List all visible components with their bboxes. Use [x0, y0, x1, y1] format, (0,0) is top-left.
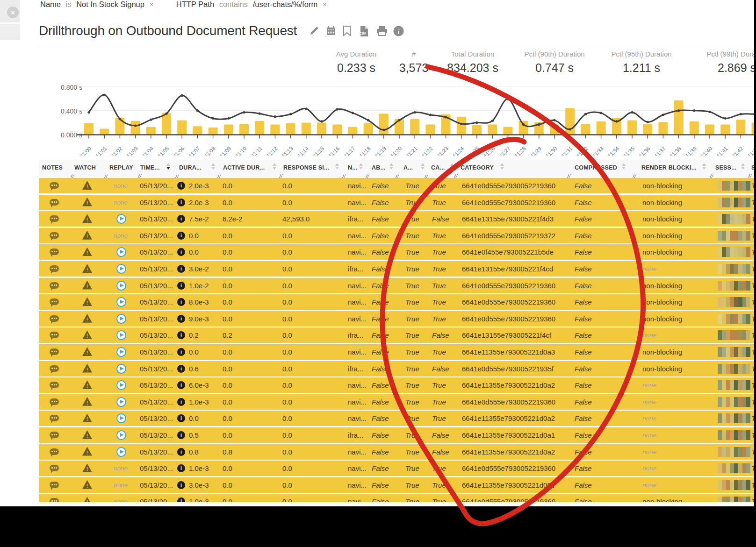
- watch-warning-icon[interactable]: !: [82, 297, 92, 306]
- edit-pencil-icon[interactable]: [309, 26, 319, 36]
- table-row[interactable]: ! 05/13/20... i 7.5e-2 6.2e-2 42,593.0 i…: [39, 211, 756, 227]
- session-timeline-thumbnail[interactable]: [718, 281, 750, 291]
- session-timeline-thumbnail[interactable]: [718, 497, 750, 502]
- column-header-dura[interactable]: DURA...: [179, 164, 202, 171]
- watch-warning-icon[interactable]: !: [82, 198, 92, 206]
- column-header-ca[interactable]: CA...: [431, 164, 445, 171]
- note-bubble-icon[interactable]: [50, 215, 59, 222]
- session-timeline-thumbnail[interactable]: [718, 297, 750, 307]
- table-row[interactable]: ! 05/13/20... i 0.2 0.2 0.0 ifra... Fals…: [39, 327, 756, 343]
- watch-warning-icon[interactable]: !: [82, 463, 92, 472]
- replay-play-icon[interactable]: [116, 397, 126, 407]
- session-timeline-thumbnail[interactable]: [718, 463, 750, 473]
- session-timeline-thumbnail[interactable]: [718, 264, 750, 274]
- column-header-time[interactable]: TIME...: [140, 164, 160, 171]
- watch-warning-icon[interactable]: !: [82, 314, 92, 323]
- duration-info-icon[interactable]: i: [177, 298, 185, 306]
- close-icon[interactable]: ×: [7, 7, 19, 18]
- note-bubble-icon[interactable]: [50, 232, 59, 239]
- note-bubble-icon[interactable]: [50, 315, 59, 322]
- replay-play-icon[interactable]: [116, 314, 126, 324]
- column-header-render-blocki[interactable]: RENDER BLOCKI...: [641, 164, 697, 171]
- table-row[interactable]: ! none 05/13/20... i 1.0e-3 0.0 0.0 navi…: [39, 461, 756, 476]
- table-row[interactable]: ! 05/13/20... i 1.0e-2 0.0 0.0 navi... F…: [39, 278, 756, 293]
- session-timeline-thumbnail[interactable]: [718, 247, 750, 257]
- duration-info-icon[interactable]: i: [177, 464, 185, 472]
- watch-warning-icon[interactable]: !: [82, 430, 92, 439]
- column-header-n[interactable]: N...: [348, 164, 357, 171]
- note-bubble-icon[interactable]: [50, 382, 59, 388]
- duration-info-icon[interactable]: i: [177, 248, 185, 256]
- watch-warning-icon[interactable]: !: [82, 214, 92, 223]
- duration-info-icon[interactable]: i: [177, 315, 185, 323]
- table-row[interactable]: ! 05/13/20... i 0.6 0.0 0.0 ifra... Fals…: [39, 361, 756, 377]
- replay-play-icon[interactable]: [116, 380, 126, 390]
- column-header-active-dur[interactable]: ACTIVE DUR...: [223, 164, 265, 171]
- remove-filter-icon[interactable]: ×: [150, 1, 154, 8]
- watch-warning-icon[interactable]: !: [82, 181, 92, 190]
- watch-warning-icon[interactable]: !: [82, 413, 92, 422]
- sort-arrows-icon[interactable]: [421, 163, 425, 170]
- remove-filter-icon[interactable]: ×: [323, 1, 327, 8]
- column-header-sess[interactable]: SESS...: [715, 164, 736, 171]
- print-icon[interactable]: [376, 26, 387, 36]
- sort-arrows-icon[interactable]: [741, 163, 745, 170]
- watch-warning-icon[interactable]: !: [82, 281, 92, 290]
- sort-arrows-icon[interactable]: [500, 163, 504, 170]
- replay-play-icon[interactable]: [116, 264, 126, 274]
- sort-arrows-icon[interactable]: [335, 163, 339, 170]
- note-bubble-icon[interactable]: [50, 282, 59, 289]
- table-row[interactable]: ! none 05/13/20... i 1.0e-3 0.0 0.0 navi…: [39, 494, 756, 502]
- watch-warning-icon[interactable]: !: [82, 231, 92, 240]
- session-timeline-thumbnail[interactable]: [718, 480, 750, 490]
- sort-arrows-icon[interactable]: [622, 163, 626, 170]
- watch-warning-icon[interactable]: !: [82, 380, 92, 389]
- note-bubble-icon[interactable]: [50, 365, 59, 372]
- replay-play-icon[interactable]: [116, 364, 126, 374]
- column-header-ab[interactable]: AB...: [372, 164, 385, 171]
- column-header-replay[interactable]: REPLAY: [109, 164, 133, 171]
- table-row[interactable]: ! 05/13/20... i 3.0e-2 0.0 0.0 ifra... F…: [39, 261, 756, 277]
- duration-info-icon[interactable]: i: [177, 265, 185, 273]
- duration-info-icon[interactable]: i: [177, 414, 185, 422]
- note-bubble-icon[interactable]: [50, 415, 59, 421]
- column-header-a[interactable]: A...: [403, 164, 413, 171]
- session-timeline-thumbnail[interactable]: [718, 447, 750, 457]
- table-row[interactable]: ! 05/13/20... i 8.0e-3 0.0 0.0 navi... F…: [39, 294, 756, 310]
- table-row[interactable]: ! 05/13/20... i 0.8 0.8 0.0 navi... Fals…: [39, 444, 756, 460]
- note-bubble-icon[interactable]: [50, 265, 59, 272]
- sort-arrows-icon[interactable]: [450, 163, 454, 170]
- duration-info-icon[interactable]: i: [177, 497, 185, 502]
- note-bubble-icon[interactable]: [50, 182, 59, 189]
- duration-info-icon[interactable]: i: [177, 348, 185, 356]
- sort-arrows-icon[interactable]: [166, 163, 171, 170]
- duration-info-icon[interactable]: i: [177, 398, 185, 406]
- watch-warning-icon[interactable]: !: [82, 347, 92, 356]
- table-row[interactable]: ! 05/13/20... i 0.0 0.0 0.0 navi... Fals…: [39, 344, 756, 360]
- table-row[interactable]: ! none 05/13/20... i 2.0e-3 0.0 0.0 navi…: [39, 178, 756, 193]
- session-timeline-thumbnail[interactable]: [718, 231, 750, 241]
- table-row[interactable]: ! 05/13/20... i 9.0e-3 0.0 0.0 navi... F…: [39, 311, 756, 327]
- watch-warning-icon[interactable]: !: [82, 447, 92, 456]
- sort-arrows-icon[interactable]: [389, 163, 394, 170]
- duration-info-icon[interactable]: i: [177, 448, 185, 456]
- sort-arrows-icon[interactable]: [359, 163, 363, 170]
- sort-arrows-icon[interactable]: [273, 163, 277, 170]
- replay-play-icon[interactable]: [116, 447, 126, 457]
- info-icon[interactable]: i: [393, 26, 403, 36]
- note-bubble-icon[interactable]: [50, 465, 59, 471]
- note-bubble-icon[interactable]: [50, 398, 59, 405]
- watch-warning-icon[interactable]: !: [82, 364, 92, 373]
- watch-warning-icon[interactable]: !: [82, 247, 92, 256]
- session-timeline-thumbnail[interactable]: [718, 413, 750, 423]
- note-bubble-icon[interactable]: [50, 498, 59, 502]
- duration-info-icon[interactable]: i: [177, 331, 185, 339]
- duration-info-icon[interactable]: i: [177, 182, 185, 190]
- session-timeline-thumbnail[interactable]: [718, 181, 750, 191]
- session-timeline-thumbnail[interactable]: [718, 198, 750, 207]
- session-timeline-thumbnail[interactable]: [718, 364, 750, 374]
- note-bubble-icon[interactable]: [50, 482, 59, 488]
- session-timeline-thumbnail[interactable]: [718, 430, 750, 440]
- watch-warning-icon[interactable]: !: [82, 397, 92, 406]
- note-bubble-icon[interactable]: [50, 332, 59, 338]
